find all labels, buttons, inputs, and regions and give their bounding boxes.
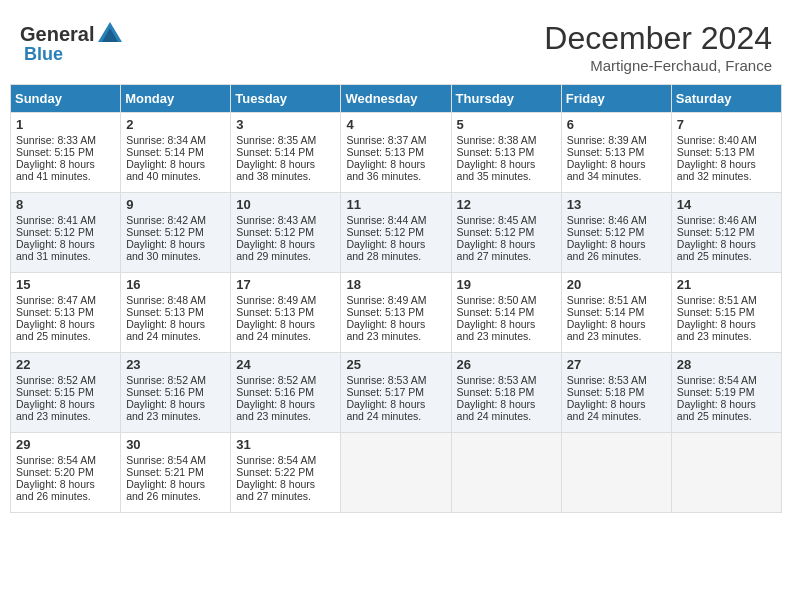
daylight-text: Daylight: 8 hours and 41 minutes. [16,158,95,182]
table-row: 10Sunrise: 8:43 AMSunset: 5:12 PMDayligh… [231,193,341,273]
table-row: 14Sunrise: 8:46 AMSunset: 5:12 PMDayligh… [671,193,781,273]
day-number: 2 [126,117,225,132]
table-row: 9Sunrise: 8:42 AMSunset: 5:12 PMDaylight… [121,193,231,273]
table-row [341,433,451,513]
month-title: December 2024 [544,20,772,57]
sunrise-text: Sunrise: 8:49 AM [236,294,316,306]
sunrise-text: Sunrise: 8:40 AM [677,134,757,146]
sunset-text: Sunset: 5:13 PM [16,306,94,318]
daylight-text: Daylight: 8 hours and 35 minutes. [457,158,536,182]
sunset-text: Sunset: 5:13 PM [126,306,204,318]
sunrise-text: Sunrise: 8:35 AM [236,134,316,146]
sunrise-text: Sunrise: 8:52 AM [236,374,316,386]
day-number: 10 [236,197,335,212]
sunrise-text: Sunrise: 8:46 AM [567,214,647,226]
sunrise-text: Sunrise: 8:52 AM [16,374,96,386]
sunrise-text: Sunrise: 8:48 AM [126,294,206,306]
daylight-text: Daylight: 8 hours and 23 minutes. [677,318,756,342]
day-number: 1 [16,117,115,132]
daylight-text: Daylight: 8 hours and 23 minutes. [236,398,315,422]
sunrise-text: Sunrise: 8:34 AM [126,134,206,146]
daylight-text: Daylight: 8 hours and 29 minutes. [236,238,315,262]
day-number: 26 [457,357,556,372]
table-row: 27Sunrise: 8:53 AMSunset: 5:18 PMDayligh… [561,353,671,433]
day-number: 20 [567,277,666,292]
col-saturday: Saturday [671,85,781,113]
title-section: December 2024 Martigne-Ferchaud, France [544,20,772,74]
sunrise-text: Sunrise: 8:53 AM [567,374,647,386]
col-monday: Monday [121,85,231,113]
col-thursday: Thursday [451,85,561,113]
daylight-text: Daylight: 8 hours and 26 minutes. [16,478,95,502]
day-number: 19 [457,277,556,292]
day-number: 11 [346,197,445,212]
table-row [561,433,671,513]
col-wednesday: Wednesday [341,85,451,113]
table-row: 21Sunrise: 8:51 AMSunset: 5:15 PMDayligh… [671,273,781,353]
daylight-text: Daylight: 8 hours and 31 minutes. [16,238,95,262]
table-row: 11Sunrise: 8:44 AMSunset: 5:12 PMDayligh… [341,193,451,273]
table-row: 19Sunrise: 8:50 AMSunset: 5:14 PMDayligh… [451,273,561,353]
daylight-text: Daylight: 8 hours and 30 minutes. [126,238,205,262]
day-number: 5 [457,117,556,132]
day-number: 6 [567,117,666,132]
table-row: 7Sunrise: 8:40 AMSunset: 5:13 PMDaylight… [671,113,781,193]
table-row: 8Sunrise: 8:41 AMSunset: 5:12 PMDaylight… [11,193,121,273]
sunset-text: Sunset: 5:22 PM [236,466,314,478]
sunset-text: Sunset: 5:14 PM [567,306,645,318]
daylight-text: Daylight: 8 hours and 23 minutes. [126,398,205,422]
day-number: 15 [16,277,115,292]
calendar-row: 8Sunrise: 8:41 AMSunset: 5:12 PMDaylight… [11,193,782,273]
day-number: 24 [236,357,335,372]
logo-icon [96,20,124,48]
sunrise-text: Sunrise: 8:47 AM [16,294,96,306]
logo: General Blue [20,20,124,65]
day-number: 23 [126,357,225,372]
sunrise-text: Sunrise: 8:51 AM [677,294,757,306]
sunset-text: Sunset: 5:12 PM [677,226,755,238]
table-row: 23Sunrise: 8:52 AMSunset: 5:16 PMDayligh… [121,353,231,433]
daylight-text: Daylight: 8 hours and 23 minutes. [346,318,425,342]
sunrise-text: Sunrise: 8:52 AM [126,374,206,386]
sunrise-text: Sunrise: 8:42 AM [126,214,206,226]
sunrise-text: Sunrise: 8:41 AM [16,214,96,226]
logo-general-text: General [20,23,94,46]
table-row: 5Sunrise: 8:38 AMSunset: 5:13 PMDaylight… [451,113,561,193]
sunset-text: Sunset: 5:14 PM [126,146,204,158]
sunrise-text: Sunrise: 8:46 AM [677,214,757,226]
sunrise-text: Sunrise: 8:53 AM [346,374,426,386]
table-row: 22Sunrise: 8:52 AMSunset: 5:15 PMDayligh… [11,353,121,433]
location-text: Martigne-Ferchaud, France [544,57,772,74]
sunrise-text: Sunrise: 8:54 AM [677,374,757,386]
day-number: 7 [677,117,776,132]
daylight-text: Daylight: 8 hours and 25 minutes. [677,398,756,422]
table-row: 29Sunrise: 8:54 AMSunset: 5:20 PMDayligh… [11,433,121,513]
sunset-text: Sunset: 5:12 PM [567,226,645,238]
sunset-text: Sunset: 5:20 PM [16,466,94,478]
day-number: 30 [126,437,225,452]
col-sunday: Sunday [11,85,121,113]
sunrise-text: Sunrise: 8:51 AM [567,294,647,306]
daylight-text: Daylight: 8 hours and 27 minutes. [457,238,536,262]
sunset-text: Sunset: 5:21 PM [126,466,204,478]
sunset-text: Sunset: 5:13 PM [677,146,755,158]
col-tuesday: Tuesday [231,85,341,113]
sunset-text: Sunset: 5:12 PM [236,226,314,238]
day-number: 29 [16,437,115,452]
sunrise-text: Sunrise: 8:54 AM [126,454,206,466]
day-number: 3 [236,117,335,132]
sunset-text: Sunset: 5:16 PM [236,386,314,398]
logo-blue-text: Blue [24,44,63,65]
table-row: 1Sunrise: 8:33 AMSunset: 5:15 PMDaylight… [11,113,121,193]
sunrise-text: Sunrise: 8:37 AM [346,134,426,146]
table-row: 12Sunrise: 8:45 AMSunset: 5:12 PMDayligh… [451,193,561,273]
table-row: 28Sunrise: 8:54 AMSunset: 5:19 PMDayligh… [671,353,781,433]
table-row: 24Sunrise: 8:52 AMSunset: 5:16 PMDayligh… [231,353,341,433]
daylight-text: Daylight: 8 hours and 34 minutes. [567,158,646,182]
table-row: 20Sunrise: 8:51 AMSunset: 5:14 PMDayligh… [561,273,671,353]
calendar-row: 22Sunrise: 8:52 AMSunset: 5:15 PMDayligh… [11,353,782,433]
daylight-text: Daylight: 8 hours and 28 minutes. [346,238,425,262]
day-number: 18 [346,277,445,292]
table-row: 2Sunrise: 8:34 AMSunset: 5:14 PMDaylight… [121,113,231,193]
day-number: 8 [16,197,115,212]
